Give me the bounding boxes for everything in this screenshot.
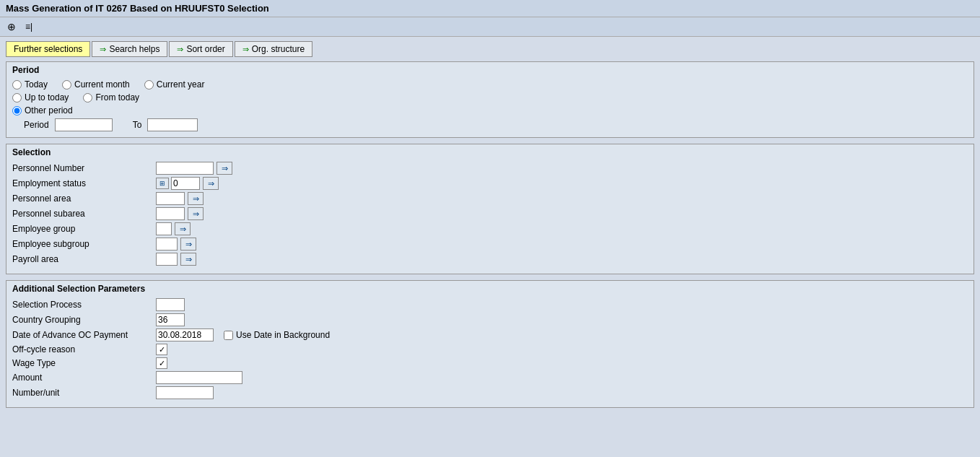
search-helps-arrow: ⇒ [100, 45, 106, 54]
tab-bar: Further selections ⇒ Search helps ⇒ Sort… [6, 41, 974, 57]
radio-current-year[interactable]: Current year [144, 79, 205, 90]
personnel-area-label: Personnel area [12, 193, 153, 204]
personnel-subarea-label: Personnel subarea [12, 209, 153, 219]
personnel-subarea-row: Personnel subarea ⇒ [12, 207, 968, 220]
tab-org-structure[interactable]: ⇒ Org. structure [235, 41, 312, 57]
radio-current-year-input[interactable] [144, 80, 154, 90]
selection-section-title: Selection [12, 147, 968, 157]
date-advance-row: Date of Advance OC Payment Use Date in B… [12, 328, 968, 341]
selection-process-row: Selection Process [12, 298, 968, 311]
radio-up-to-today-label: Up to today [25, 92, 69, 103]
number-unit-label: Number/unit [12, 388, 153, 398]
number-unit-input[interactable] [156, 386, 214, 399]
additional-section: Additional Selection Parameters Selectio… [6, 280, 974, 408]
radio-current-month-label: Current month [74, 79, 130, 90]
period-row-3: Other period [12, 105, 968, 116]
radio-other-period-input[interactable] [12, 106, 22, 116]
employment-status-input[interactable] [171, 177, 200, 190]
employment-status-row: Employment status ⊞ ⇒ [12, 177, 968, 190]
radio-current-year-label: Current year [157, 79, 205, 90]
personnel-number-arrow-btn[interactable]: ⇒ [216, 162, 232, 175]
page-title: Mass Generation of IT 0267 Based on HRUU… [6, 3, 269, 14]
number-unit-row: Number/unit [12, 386, 968, 399]
radio-other-period-label: Other period [25, 105, 73, 116]
country-grouping-label: Country Grouping [12, 315, 153, 325]
amount-label: Amount [12, 373, 153, 383]
radio-up-to-today[interactable]: Up to today [12, 92, 69, 103]
employment-status-input-group: ⊞ [156, 177, 200, 190]
sort-order-label: Sort order [186, 44, 224, 54]
personnel-number-label: Personnel Number [12, 163, 153, 173]
wage-type-label: Wage Type [12, 358, 153, 368]
off-cycle-label: Off-cycle reason [12, 344, 153, 354]
additional-section-title: Additional Selection Parameters [12, 284, 968, 294]
selection-process-label: Selection Process [12, 300, 153, 310]
personnel-subarea-input[interactable] [156, 207, 185, 220]
period-section: Period Today Current month Current year [6, 61, 974, 138]
radio-from-today-input[interactable] [83, 93, 92, 103]
country-grouping-row: Country Grouping [12, 313, 968, 326]
wage-type-row: Wage Type ✓ [12, 357, 968, 369]
radio-from-today-label: From today [95, 92, 139, 103]
tab-further-selections[interactable]: Further selections [6, 41, 90, 57]
amount-row: Amount [12, 371, 968, 384]
tab-sort-order[interactable]: ⇒ Sort order [169, 41, 232, 57]
radio-other-period[interactable]: Other period [12, 105, 73, 116]
employee-group-label: Employee group [12, 224, 153, 234]
radio-today-input[interactable] [12, 80, 22, 90]
employee-subgroup-input[interactable] [156, 238, 178, 251]
personnel-subarea-arrow-btn[interactable]: ⇒ [188, 207, 204, 220]
date-advance-input[interactable] [156, 328, 214, 341]
tab-search-helps[interactable]: ⇒ Search helps [92, 41, 167, 57]
employee-subgroup-arrow-btn[interactable]: ⇒ [180, 238, 196, 251]
use-date-checkbox[interactable] [224, 331, 233, 340]
personnel-area-arrow-btn[interactable]: ⇒ [188, 192, 204, 205]
use-date-label: Use Date in Background [236, 330, 330, 340]
period-to-label: To [133, 120, 142, 130]
employment-status-label: Employment status [12, 178, 153, 188]
personnel-number-input[interactable] [156, 162, 214, 175]
personnel-area-input[interactable] [156, 192, 185, 205]
employee-subgroup-label: Employee subgroup [12, 239, 153, 249]
toolbar-icon-2[interactable]: ≡| [22, 19, 36, 34]
off-cycle-checkbox-display[interactable]: ✓ [156, 344, 167, 355]
radio-today[interactable]: Today [12, 79, 48, 90]
wage-type-checkbox-display[interactable]: ✓ [156, 357, 167, 369]
payroll-area-input[interactable] [156, 253, 178, 266]
radio-from-today[interactable]: From today [83, 92, 139, 103]
radio-up-to-today-input[interactable] [12, 93, 22, 103]
employment-status-icon[interactable]: ⊞ [156, 178, 169, 189]
personnel-area-row: Personnel area ⇒ [12, 192, 968, 205]
off-cycle-row: Off-cycle reason ✓ [12, 344, 968, 355]
amount-input[interactable] [156, 371, 242, 384]
main-content: Further selections ⇒ Search helps ⇒ Sort… [0, 37, 980, 418]
search-helps-label: Search helps [109, 44, 159, 54]
selection-process-input[interactable] [156, 298, 185, 311]
org-structure-label: Org. structure [252, 44, 305, 54]
further-selections-label: Further selections [14, 44, 82, 54]
personnel-number-row: Personnel Number ⇒ [12, 162, 968, 175]
radio-current-month-input[interactable] [62, 80, 71, 90]
payroll-area-row: Payroll area ⇒ [12, 253, 968, 266]
period-section-title: Period [12, 65, 968, 75]
radio-current-month[interactable]: Current month [62, 79, 130, 90]
title-bar: Mass Generation of IT 0267 Based on HRUU… [0, 0, 980, 17]
country-grouping-input[interactable] [156, 313, 185, 326]
period-row-2: Up to today From today [12, 92, 968, 103]
period-to-input[interactable] [147, 118, 198, 131]
use-date-row: Use Date in Background [224, 330, 330, 340]
employee-group-arrow-btn[interactable]: ⇒ [175, 222, 191, 235]
period-from-input[interactable] [55, 118, 113, 131]
toolbar-icon-1[interactable]: ⊕ [4, 19, 19, 34]
org-structure-arrow: ⇒ [242, 45, 249, 54]
payroll-area-arrow-btn[interactable]: ⇒ [180, 253, 196, 266]
period-label: Period [24, 120, 49, 130]
employee-group-input[interactable] [156, 222, 172, 235]
employment-status-arrow-btn[interactable]: ⇒ [203, 177, 219, 190]
date-advance-label: Date of Advance OC Payment [12, 330, 153, 340]
employee-subgroup-row: Employee subgroup ⇒ [12, 238, 968, 251]
radio-today-label: Today [25, 79, 48, 90]
period-input-row: Period To [24, 118, 968, 131]
selection-section: Selection Personnel Number ⇒ Employment … [6, 144, 974, 274]
payroll-area-label: Payroll area [12, 254, 153, 264]
